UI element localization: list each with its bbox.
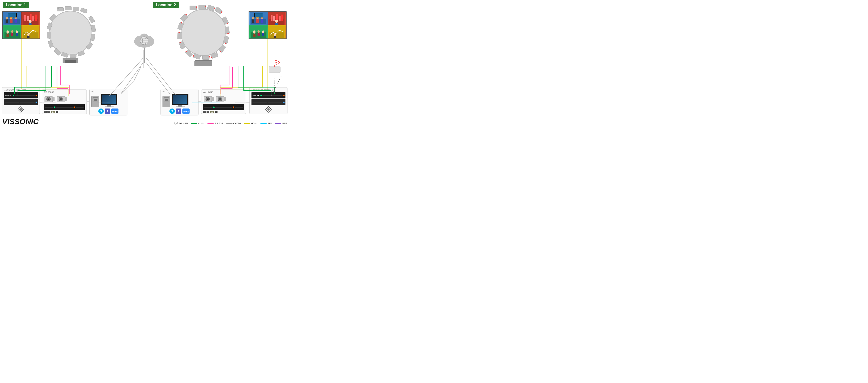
legend-hdmi: HDMI	[244, 122, 257, 125]
video-cell-4	[22, 25, 40, 38]
svg-point-57	[27, 33, 30, 36]
legend-wifi-label: 5G WiFi	[179, 122, 188, 125]
svg-point-116	[207, 99, 208, 99]
video-wall-loc2	[249, 11, 286, 39]
loc1-badge: Location 1	[3, 2, 29, 8]
svg-rect-117	[212, 97, 214, 101]
av-bridge-loc1: AV Bridge	[42, 89, 87, 114]
svg-rect-41	[27, 16, 29, 21]
conf-processor-loc2-label: Conference processor	[251, 89, 285, 91]
svg-point-53	[16, 30, 18, 33]
video-cell-1	[3, 12, 21, 25]
legend-audio-label: Audio	[198, 122, 204, 125]
svg-point-45	[29, 20, 32, 23]
svg-marker-102	[19, 108, 23, 111]
svg-point-99	[274, 33, 276, 36]
svg-rect-58	[27, 36, 30, 38]
av-bridge-loc2-label: AV Bridge	[203, 91, 244, 93]
video-wall-loc1	[2, 11, 40, 39]
svg-rect-100	[274, 36, 276, 38]
zoom-icon-loc1: zoom	[111, 109, 119, 114]
main-diagram: Location 1 Location 2	[0, 0, 289, 128]
legend-cat5e-label: CAT5e	[234, 122, 241, 125]
internet-cloud	[132, 30, 156, 51]
video-cell-3	[3, 25, 21, 38]
svg-rect-122	[224, 97, 226, 101]
legend-hdmi-label: HDMI	[251, 122, 257, 125]
svg-rect-86	[281, 14, 283, 21]
pc-loc2: PC S T zoom	[160, 89, 198, 115]
svg-point-121	[219, 99, 220, 99]
svg-rect-37	[8, 13, 16, 17]
svg-point-72	[252, 17, 254, 20]
video-cell-r1	[249, 12, 268, 25]
svg-rect-54	[16, 33, 18, 36]
wifi-router	[268, 58, 281, 75]
svg-rect-31	[6, 20, 8, 23]
legend-cat5e: CAT5e	[226, 122, 241, 125]
av-bridge-loc1-label: AV Bridge	[44, 91, 85, 93]
svg-rect-77	[261, 19, 263, 23]
svg-rect-44	[35, 14, 37, 21]
svg-marker-124	[267, 108, 270, 111]
video-cell-r2	[268, 12, 286, 25]
svg-point-91	[253, 30, 255, 34]
skype-icon: S	[98, 109, 104, 114]
legend-usb: USB	[275, 122, 287, 125]
video-cell-r4	[268, 25, 286, 38]
svg-point-51	[11, 30, 13, 33]
svg-rect-52	[11, 33, 13, 36]
svg-rect-50	[6, 34, 9, 37]
svg-point-93	[257, 30, 260, 33]
legend-sdi-label: SDI	[268, 122, 272, 125]
conf-table-loc1	[45, 6, 96, 65]
legend-usb-label: USB	[282, 122, 287, 125]
divider-line	[43, 117, 289, 117]
teams-icon: T	[105, 109, 110, 114]
av-bridge-loc2: AV Bridge	[201, 89, 246, 114]
svg-rect-68	[269, 66, 280, 73]
svg-point-87	[275, 20, 278, 23]
pc-loc1-label: PC	[91, 90, 125, 93]
svg-rect-94	[257, 33, 260, 36]
svg-point-111	[60, 99, 61, 99]
svg-rect-112	[65, 97, 67, 101]
svg-point-106	[48, 99, 49, 99]
pc-loc1: PC S T	[89, 89, 127, 115]
loc1-header: Location 1	[3, 2, 29, 10]
pc-loc2-label: PC	[162, 90, 196, 93]
svg-point-49	[6, 30, 9, 34]
svg-rect-46	[29, 23, 32, 25]
svg-rect-88	[275, 23, 278, 25]
legend-rs232: RS-232	[208, 122, 223, 125]
zoom-icon-loc2: zoom	[182, 109, 190, 114]
svg-rect-43	[32, 16, 34, 21]
svg-rect-79	[255, 13, 263, 17]
svg-rect-75	[256, 19, 259, 23]
legend-rs232-label: RS-232	[215, 122, 223, 125]
teams-icon-loc2: T	[176, 109, 181, 114]
svg-point-69	[274, 65, 275, 67]
video-cell-r3	[249, 25, 268, 38]
brand-logo: VISSONIC	[2, 116, 47, 125]
legend-sdi: SDI	[260, 122, 272, 125]
svg-point-95	[262, 30, 264, 33]
legend-wifi: 5G WiFi	[174, 122, 188, 125]
legend-section: 5G WiFi Audio RS-232 CAT5e HDMI SDI	[174, 122, 287, 125]
conf-processor-loc2: Conference processor VISSONIC	[249, 87, 287, 114]
svg-line-11	[134, 67, 141, 81]
conf-table-loc2	[174, 5, 232, 69]
legend-audio: Audio	[191, 122, 204, 125]
svg-rect-73	[252, 20, 254, 23]
skype-icon-loc2: S	[169, 109, 175, 114]
svg-rect-96	[262, 33, 264, 36]
svg-rect-82	[271, 15, 273, 21]
svg-point-30	[6, 17, 8, 20]
conf-processor-loc1-label: Conference processor	[4, 89, 38, 91]
svg-rect-40	[24, 15, 26, 21]
svg-rect-83	[273, 16, 275, 21]
svg-text:VISSONIC: VISSONIC	[2, 117, 39, 125]
svg-rect-85	[279, 16, 281, 21]
svg-rect-107	[53, 97, 55, 101]
video-cell-2	[22, 12, 40, 25]
